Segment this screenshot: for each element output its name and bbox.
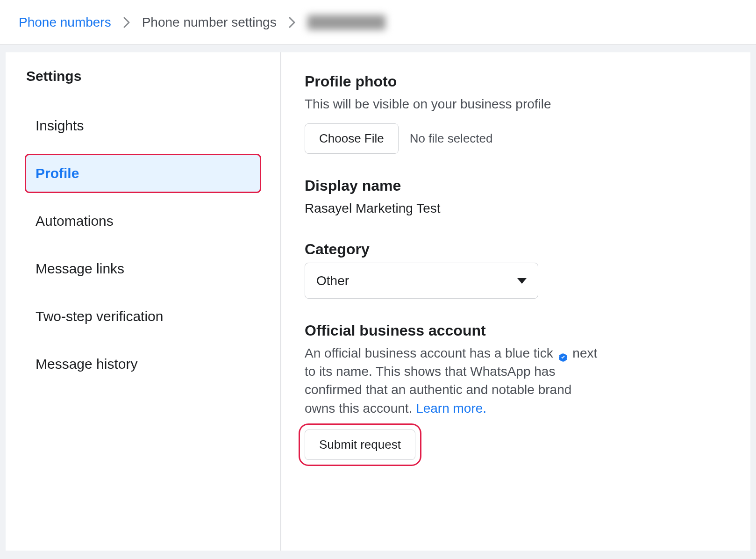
settings-sidebar: Settings Insights Profile Automations Me… (6, 52, 281, 551)
submit-request-button[interactable]: Submit request (305, 430, 415, 460)
sidebar-item-two-step-verification[interactable]: Two-step verification (26, 298, 260, 335)
choose-file-button[interactable]: Choose File (305, 123, 399, 154)
sidebar-item-profile[interactable]: Profile (26, 155, 260, 192)
section-display-name: Display name Rasayel Marketing Test (305, 175, 727, 217)
category-selected-value: Other (316, 272, 349, 290)
sidebar-item-insights[interactable]: Insights (26, 108, 260, 144)
breadcrumb-number-redacted (307, 15, 386, 30)
sidebar-title: Settings (26, 66, 260, 86)
profile-photo-sub: This will be visible on your business pr… (305, 95, 727, 113)
verified-badge-icon (558, 349, 568, 359)
section-category: Category Other (305, 239, 727, 299)
section-official-business-account: Official business account An official bu… (305, 320, 727, 460)
chevron-right-icon (288, 16, 296, 29)
display-name-value: Rasayel Marketing Test (305, 199, 727, 217)
official-business-heading: Official business account (305, 320, 727, 341)
profile-photo-heading: Profile photo (305, 71, 727, 92)
category-select[interactable]: Other (305, 263, 538, 299)
section-profile-photo: Profile photo This will be visible on yo… (305, 71, 727, 154)
display-name-heading: Display name (305, 175, 727, 196)
sidebar-item-message-history[interactable]: Message history (26, 346, 260, 382)
chevron-down-icon (517, 278, 527, 284)
no-file-selected-label: No file selected (410, 130, 493, 147)
breadcrumb-settings: Phone number settings (142, 13, 277, 31)
category-heading: Category (305, 239, 727, 260)
breadcrumb-phone-numbers[interactable]: Phone numbers (19, 13, 111, 31)
learn-more-link[interactable]: Learn more. (416, 401, 486, 416)
sidebar-item-message-links[interactable]: Message links (26, 251, 260, 287)
profile-settings-panel: Profile photo This will be visible on yo… (281, 52, 750, 551)
official-business-description: An official business account has a blue … (305, 344, 604, 417)
chevron-right-icon (122, 16, 131, 29)
sidebar-item-automations[interactable]: Automations (26, 203, 260, 239)
breadcrumb: Phone numbers Phone number settings (0, 0, 756, 45)
